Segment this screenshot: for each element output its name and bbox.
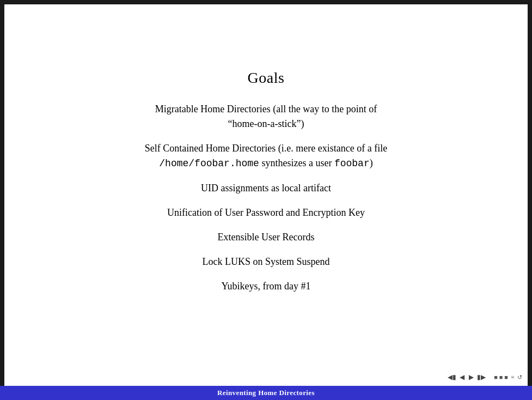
- bullet-1: Migratable Home Directories (all the way…: [155, 102, 377, 131]
- bullet-3: UID assignments as local artifact: [201, 181, 331, 196]
- navigation-bar: ◀▮ ◀ ▶ ▮▶ ■ ■ ■ ≡ ↺: [4, 368, 528, 386]
- slide-content: Goals Migratable Home Directories (all t…: [4, 58, 528, 314]
- presentation-title: Reinventing Home Directories: [217, 389, 315, 397]
- nav-next-icon[interactable]: ▶: [468, 373, 475, 382]
- nav-prev-icon[interactable]: ◀: [458, 373, 466, 382]
- nav-arrows-left[interactable]: ◀▮ ◀: [447, 373, 466, 382]
- bottom-bar: Reinventing Home Directories: [0, 386, 532, 400]
- bullet-5: Extensible User Records: [218, 230, 315, 245]
- bullet-7: Yubikeys, from day #1: [222, 279, 311, 294]
- nav-arrows-right[interactable]: ▶ ▮▶: [468, 373, 487, 382]
- nav-last-icon[interactable]: ▮▶: [476, 373, 487, 382]
- code-path: /home/foobar.home: [159, 158, 259, 169]
- bullet-4: Unification of User Password and Encrypt…: [167, 205, 365, 220]
- nav-first-icon[interactable]: ◀▮: [447, 373, 457, 382]
- bullet-6: Lock LUKS on System Suspend: [203, 254, 330, 269]
- code-user: foobar: [334, 158, 370, 169]
- slide-title: Goals: [247, 69, 284, 87]
- slide-area: Goals Migratable Home Directories (all t…: [4, 4, 528, 368]
- nav-section-icons: ■ ■ ■ ≡ ↺: [491, 374, 522, 381]
- bullet-2: Self Contained Home Directories (i.e. me…: [145, 141, 387, 171]
